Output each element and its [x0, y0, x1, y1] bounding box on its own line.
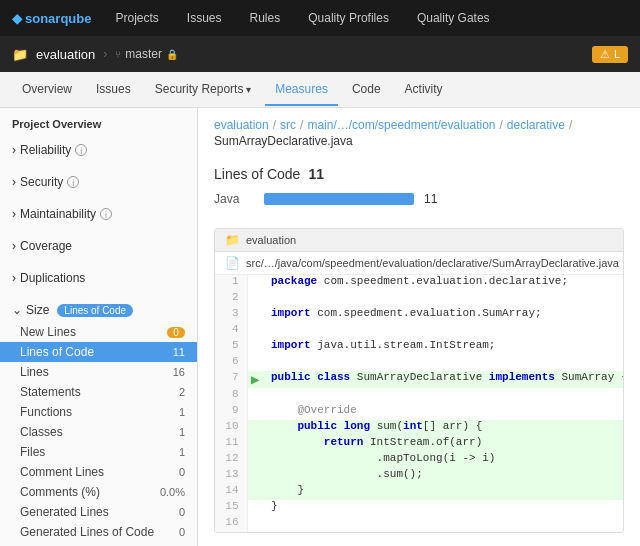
line-code: [263, 355, 624, 371]
line-marker: [247, 291, 263, 307]
metric-value: 11: [308, 166, 324, 182]
tab-measures[interactable]: Measures: [265, 74, 338, 106]
sidebar-metric-item[interactable]: Statements2: [0, 382, 197, 402]
chevron-right-icon: ›: [12, 175, 16, 189]
metric-section: Lines of Code 11 Java 11: [198, 154, 640, 228]
sidebar-metric-item[interactable]: Files1: [0, 442, 197, 462]
line-marker: [247, 452, 263, 468]
tab-security-reports[interactable]: Security Reports: [145, 74, 261, 106]
code-viewer-header: 📁 evaluation: [215, 229, 623, 252]
lang-bar-row: Java 11: [214, 192, 624, 206]
tab-code[interactable]: Code: [342, 74, 391, 106]
sidebar-group-security-header[interactable]: › Security i: [0, 170, 197, 194]
code-line: 12 .mapToLong(i -> i): [215, 452, 624, 468]
line-marker: [247, 420, 263, 436]
sidebar-metric-item[interactable]: New Lines0: [0, 322, 197, 342]
metric-item-label: New Lines: [20, 325, 76, 339]
nav-quality-profiles[interactable]: Quality Profiles: [304, 9, 393, 27]
sidebar-group-reliability-header[interactable]: › Reliability i: [0, 138, 197, 162]
sidebar-metric-item[interactable]: Lines16: [0, 362, 197, 382]
breadcrumb-current: SumArrayDeclarative.java: [214, 134, 353, 148]
line-number: 8: [215, 388, 247, 404]
breadcrumb-link[interactable]: evaluation: [214, 118, 269, 132]
metric-label: Lines of Code: [214, 166, 300, 182]
code-viewer: 📁 evaluation 📄 src/…/java/com/speedment/…: [214, 228, 624, 533]
code-line: 11 return IntStream.of(arr): [215, 436, 624, 452]
code-line: 13 .sum();: [215, 468, 624, 484]
sidebar-metric-item[interactable]: Comments (%)0.0%: [0, 482, 197, 502]
logo[interactable]: ◆ sonarqube: [12, 11, 91, 26]
breadcrumb-link[interactable]: src: [280, 118, 296, 132]
chevron-right-icon: ›: [12, 271, 16, 285]
breadcrumb-separator: /: [300, 118, 303, 132]
nav-projects[interactable]: Projects: [111, 9, 162, 27]
branch-info: ⑂ master 🔒: [115, 47, 178, 61]
metric-item-label: Generated Lines of Code: [20, 525, 154, 539]
line-code: import com.speedment.evaluation.SumArray…: [263, 307, 624, 323]
code-line: 4: [215, 323, 624, 339]
metric-item-label: Statements: [20, 385, 81, 399]
line-marker: [247, 404, 263, 420]
branch-name: master: [125, 47, 162, 61]
metric-count: 0: [179, 466, 185, 478]
metric-count: 1: [179, 446, 185, 458]
sidebar-metric-item[interactable]: Comment Lines0: [0, 462, 197, 482]
tab-overview[interactable]: Overview: [12, 74, 82, 106]
code-table: 1package com.speedment.evaluation.declar…: [215, 275, 624, 532]
nav-issues[interactable]: Issues: [183, 9, 226, 27]
metric-count: 11: [173, 346, 185, 358]
line-marker: [247, 355, 263, 371]
header-separator: ›: [103, 47, 107, 61]
size-badge: Lines of Code: [57, 304, 133, 317]
project-name[interactable]: evaluation: [36, 47, 95, 62]
sidebar-group-size-header[interactable]: ⌄ Size Lines of Code: [0, 298, 197, 322]
sidebar-metric-item[interactable]: Generated Lines0: [0, 502, 197, 522]
breadcrumb: evaluation / src / main/…/com/speedment/…: [198, 108, 640, 154]
logo-icon: ◆: [12, 11, 22, 26]
breadcrumb-link[interactable]: declarative: [507, 118, 565, 132]
alert-icon: ⚠: [600, 48, 610, 61]
sidebar-group-duplications-header[interactable]: › Duplications: [0, 266, 197, 290]
metric-count: 1: [179, 406, 185, 418]
info-icon: i: [67, 176, 79, 188]
sidebar-group-coverage-header[interactable]: › Coverage: [0, 234, 197, 258]
sidebar-metric-item[interactable]: Functions1: [0, 402, 197, 422]
code-line: 16: [215, 516, 624, 532]
metric-item-label: Comment Lines: [20, 465, 104, 479]
lang-bar: [264, 193, 414, 205]
line-marker: [247, 436, 263, 452]
code-folder-icon: 📁: [225, 233, 240, 247]
tab-issues[interactable]: Issues: [86, 74, 141, 106]
nav-quality-gates[interactable]: Quality Gates: [413, 9, 494, 27]
sidebar-group-maintainability-header[interactable]: › Maintainability i: [0, 202, 197, 226]
lock-icon: 🔒: [166, 49, 178, 60]
metric-item-label: Functions: [20, 405, 72, 419]
tab-activity[interactable]: Activity: [395, 74, 453, 106]
sidebar-metric-item[interactable]: Lines of Code11: [0, 342, 197, 362]
info-icon: i: [100, 208, 112, 220]
line-number: 6: [215, 355, 247, 371]
line-number: 7: [215, 371, 247, 388]
branch-icon: ⑂: [115, 49, 121, 60]
sidebar-metric-item[interactable]: Classes1: [0, 422, 197, 442]
line-code: public class SumArrayDeclarative impleme…: [263, 371, 624, 388]
sidebar-metric-item[interactable]: Generated Lines of Code0: [0, 522, 197, 542]
metric-item-label: Lines of Code: [20, 345, 94, 359]
sub-navigation: Overview Issues Security Reports Measure…: [0, 72, 640, 108]
metric-count: 0.0%: [160, 486, 185, 498]
sidebar-group-duplications: › Duplications: [0, 262, 197, 294]
metric-badge: 0: [167, 327, 185, 338]
chevron-down-icon: ⌄: [12, 303, 22, 317]
line-marker: [247, 339, 263, 355]
alert-badge: ⚠ L: [592, 46, 628, 63]
line-code: import java.util.stream.IntStream;: [263, 339, 624, 355]
code-file-path: src/…/java/com/speedment/evaluation/decl…: [246, 257, 619, 269]
nav-rules[interactable]: Rules: [246, 9, 285, 27]
line-number: 3: [215, 307, 247, 323]
breadcrumb-link[interactable]: main/…/com/speedment/evaluation: [307, 118, 495, 132]
metric-item-label: Classes: [20, 425, 63, 439]
line-code: [263, 516, 624, 532]
alert-text: L: [614, 48, 620, 60]
top-navigation: ◆ sonarqube Projects Issues Rules Qualit…: [0, 0, 640, 36]
metric-count: 0: [179, 506, 185, 518]
